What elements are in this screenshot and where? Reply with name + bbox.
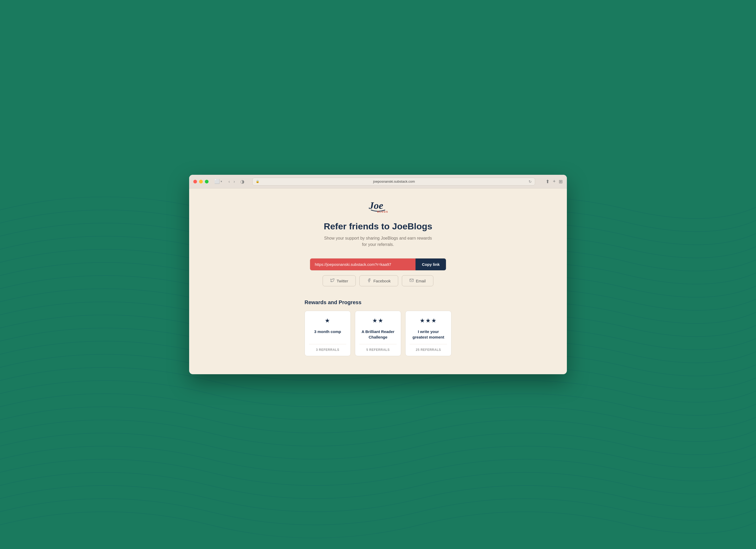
reward-card-1: ★ 3 month comp 3 REFERRALS — [305, 311, 351, 356]
url-bar[interactable]: 🔒 joeposnanski.substack.com ↻ — [252, 178, 535, 185]
chevron-down-icon: ▾ — [221, 180, 222, 183]
reward-referrals-1: 3 REFERRALS — [309, 344, 346, 352]
new-tab-button[interactable]: + — [553, 179, 556, 184]
email-share-button[interactable]: Email — [402, 275, 433, 286]
logo-container: Joe BLOGS — [366, 199, 390, 213]
traffic-lights — [193, 180, 209, 183]
logo: Joe BLOGS — [366, 199, 390, 213]
reward-stars-2: ★★ — [372, 317, 384, 324]
reward-card-2: ★★ A Brilliant Reader Challenge 5 REFERR… — [355, 311, 401, 356]
sidebar-icon: ⬜ — [214, 179, 220, 184]
facebook-icon — [367, 278, 371, 284]
rewards-section: Rewards and Progress ★ 3 month comp 3 RE… — [305, 300, 451, 356]
reward-referrals-3: 25 REFERRALS — [410, 344, 447, 352]
reward-card-3: ★★★ I write your greatest moment 25 REFE… — [405, 311, 451, 356]
privacy-icon: ◑ — [240, 179, 244, 184]
copy-link-button[interactable]: Copy link — [416, 258, 446, 270]
forward-button[interactable]: › — [232, 179, 236, 184]
rewards-cards: ★ 3 month comp 3 REFERRALS ★★ A Brillian… — [305, 311, 451, 356]
twitter-icon — [330, 278, 334, 284]
page-subtitle: Show your support by sharing JoeBlogs an… — [324, 235, 432, 248]
page-title: Refer friends to JoeBlogs — [324, 221, 432, 231]
lock-icon: 🔒 — [256, 180, 259, 183]
minimize-button[interactable] — [199, 180, 203, 183]
share-buttons: Twitter Facebook Email — [323, 275, 433, 286]
twitter-share-button[interactable]: Twitter — [323, 275, 356, 286]
subtitle-line2: for your referrals. — [362, 242, 394, 247]
email-label: Email — [416, 279, 426, 283]
share-action-button[interactable]: ⬆ — [546, 179, 550, 184]
reward-stars-1: ★ — [325, 317, 331, 324]
back-button[interactable]: ‹ — [227, 179, 231, 184]
svg-text:Joe: Joe — [369, 200, 383, 211]
reward-referrals-2: 5 REFERRALS — [359, 344, 397, 352]
close-button[interactable] — [193, 180, 197, 183]
email-icon — [409, 278, 414, 284]
tabs-button[interactable]: ⊞ — [559, 179, 563, 184]
referral-url-input[interactable] — [310, 258, 416, 270]
page-content: Joe BLOGS Refer friends to JoeBlogs Show… — [189, 188, 567, 372]
reward-title-1: 3 month comp — [314, 329, 341, 340]
reload-icon[interactable]: ↻ — [529, 179, 532, 184]
facebook-share-button[interactable]: Facebook — [359, 275, 398, 286]
rewards-title: Rewards and Progress — [305, 300, 451, 306]
url-text: joeposnanski.substack.com — [261, 179, 527, 183]
browser-window: ⬜ ▾ ‹ › ◑ 🔒 joeposnanski.substack.com ↻ … — [189, 175, 567, 374]
reward-stars-3: ★★★ — [420, 317, 437, 324]
twitter-label: Twitter — [337, 279, 348, 283]
facebook-label: Facebook — [373, 279, 391, 283]
svg-text:BLOGS: BLOGS — [377, 210, 388, 213]
subtitle-line1: Show your support by sharing JoeBlogs an… — [324, 236, 432, 240]
browser-controls: ‹ › — [227, 179, 236, 184]
reward-title-3: I write your greatest moment — [410, 329, 447, 340]
maximize-button[interactable] — [205, 180, 209, 183]
sidebar-toggle[interactable]: ⬜ ▾ — [214, 179, 222, 184]
browser-chrome: ⬜ ▾ ‹ › ◑ 🔒 joeposnanski.substack.com ↻ … — [189, 175, 567, 188]
browser-actions: ⬆ + ⊞ — [546, 179, 563, 184]
reward-title-2: A Brilliant Reader Challenge — [359, 329, 397, 340]
referral-link-row: Copy link — [310, 258, 446, 270]
